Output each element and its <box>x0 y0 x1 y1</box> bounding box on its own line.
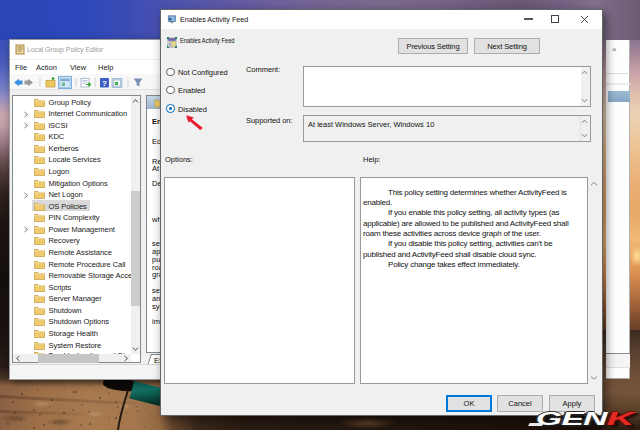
svg-text:?: ? <box>102 79 107 88</box>
